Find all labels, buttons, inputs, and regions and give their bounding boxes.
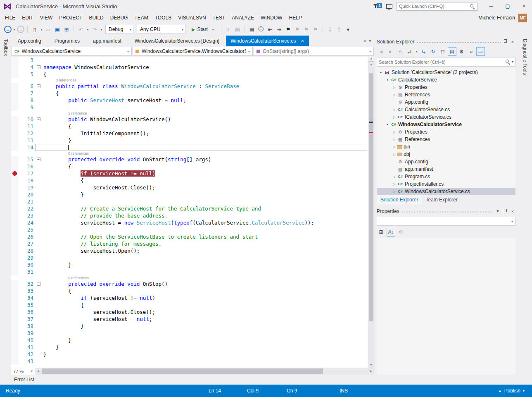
solution-search-box[interactable]: ▾ — [377, 57, 515, 67]
quick-launch-input[interactable] — [399, 4, 470, 9]
move-down-icon[interactable]: ↧ — [326, 25, 334, 33]
new-project-menu-icon[interactable]: ▾ — [40, 25, 43, 33]
fold-margin[interactable]: − — [35, 280, 42, 287]
solution-search-input[interactable] — [379, 60, 504, 65]
close-icon[interactable]: × — [299, 38, 305, 44]
undo-icon[interactable]: ↶ — [77, 25, 85, 33]
toggle-bookmark-icon[interactable]: ⚑ — [284, 25, 292, 33]
menu-item-visualsvn[interactable]: VISUALSVN — [175, 13, 209, 22]
breakpoint-margin[interactable] — [11, 64, 19, 71]
properties-header[interactable]: Properties ▾ × — [377, 207, 515, 215]
collapse-icon[interactable]: − — [37, 117, 40, 121]
member-dropdown[interactable]: OnStart(string[] args)▾ — [254, 47, 374, 56]
toolbar-options-icon[interactable]: ▾ — [344, 25, 352, 33]
preview-selected-items-icon[interactable]: ▭ — [476, 47, 485, 56]
fold-margin[interactable]: − — [35, 156, 42, 163]
minimize-button[interactable]: ─ — [485, 1, 497, 11]
error-list-label[interactable]: Error List — [14, 377, 34, 383]
tree-item-app-config[interactable]: ⚙App.config — [377, 158, 515, 165]
breakpoint-margin[interactable] — [11, 337, 19, 344]
breakpoint-margin[interactable] — [11, 316, 19, 323]
expand-arrow-icon[interactable]: ▷ — [392, 86, 397, 89]
tree-item-solution-calculatorservice-2-projects[interactable]: ▾⋈Solution 'CalculatorService' (2 projec… — [377, 69, 515, 76]
clear-bookmarks-icon[interactable]: ⚑ — [311, 25, 320, 33]
show-all-files-icon[interactable]: ▤ — [448, 47, 456, 56]
switch-views-icon[interactable]: ⇄ — [405, 47, 414, 56]
expand-arrow-icon[interactable]: ▷ — [392, 115, 397, 119]
feedback-icon[interactable] — [386, 4, 392, 9]
close-icon[interactable]: × — [510, 209, 515, 214]
menu-item-view[interactable]: VIEW — [37, 13, 56, 22]
tree-item-bin[interactable]: ▷bin — [377, 143, 515, 151]
menu-item-debug[interactable]: DEBUG — [107, 13, 131, 22]
scrollbar-splitter-handle[interactable]: ≡ — [368, 57, 374, 62]
breakpoint-margin[interactable] — [11, 123, 19, 130]
breakpoint-margin[interactable] — [11, 104, 19, 111]
codelens-link[interactable]: 1 reference — [68, 111, 87, 115]
menu-item-edit[interactable]: EDIT — [19, 13, 36, 22]
views-menu-icon[interactable]: ▾ — [415, 47, 418, 56]
breakpoint-margin[interactable] — [11, 261, 19, 268]
expand-arrow-icon[interactable]: ▷ — [392, 190, 397, 194]
breakpoint-margin[interactable] — [11, 116, 19, 123]
fold-margin[interactable]: − — [35, 116, 42, 123]
expand-arrow-icon[interactable]: ▷ — [392, 108, 397, 112]
breakpoint-margin[interactable] — [11, 71, 19, 78]
save-all-icon[interactable]: ⊞ — [62, 25, 71, 33]
vertical-scroll-track[interactable] — [368, 67, 374, 362]
list-members-icon[interactable]: ▤ — [248, 25, 256, 33]
properties-icon[interactable]: ⚙ — [457, 47, 466, 56]
expand-arrow-icon[interactable]: ▷ — [392, 130, 397, 134]
tab-program-cs[interactable]: Program.cs — [48, 36, 86, 46]
breakpoint-margin[interactable] — [11, 137, 19, 144]
expand-arrow-icon[interactable]: ▷ — [392, 138, 397, 141]
tree-item-program-cs[interactable]: ▷C#Program.cs — [377, 173, 515, 180]
tree-item-calculatorservice-cs[interactable]: ▷C#CalculatorService.cs — [377, 106, 515, 113]
tree-item-properties[interactable]: ▷⚙Properties — [377, 128, 515, 136]
tree-item-projectinstaller-cs[interactable]: ▷C#ProjectInstaller.cs — [377, 180, 515, 188]
tab-windowscalculatorservice-cs[interactable]: WindowsCalculatorService.cs× — [226, 36, 309, 46]
window-menu-icon[interactable]: ▾ — [495, 208, 501, 214]
fold-margin[interactable]: − — [35, 64, 42, 71]
scroll-left-icon[interactable]: ◄ — [35, 369, 41, 373]
breakpoint-margin[interactable] — [11, 198, 19, 205]
vertical-scroll-thumb[interactable] — [369, 73, 373, 321]
chevron-down-icon[interactable]: ▾ — [512, 60, 513, 64]
menu-item-file[interactable]: FILE — [2, 13, 19, 22]
breakpoint-margin[interactable] — [11, 344, 19, 351]
tab-list-icon[interactable]: ▾ — [368, 36, 374, 46]
collapse-arrow-icon[interactable]: ▾ — [385, 77, 391, 83]
codelens-link[interactable]: 3 references — [56, 78, 76, 82]
find-in-files-icon[interactable]: ▤ — [233, 25, 242, 33]
quick-launch-box[interactable] — [397, 2, 477, 11]
breakpoint-margin[interactable] — [11, 254, 19, 261]
collapse-arrow-icon[interactable]: ▾ — [385, 121, 391, 128]
breakpoint-margin[interactable] — [11, 280, 19, 287]
publish-button[interactable]: ▲ Publish ▾ — [498, 388, 525, 394]
diagnostic-tools-tab[interactable]: Diagnostic Tools — [522, 39, 528, 75]
breakpoint-margin[interactable] — [11, 309, 19, 316]
breakpoint-margin[interactable] — [11, 323, 19, 330]
code-editor[interactable]: 34−namespace WindowsCalculatorService5{3… — [11, 57, 374, 368]
view-code-icon[interactable]: ‹› — [467, 47, 475, 56]
move-up-icon[interactable]: ↥ — [335, 25, 343, 33]
alphabetical-icon[interactable]: A↓ — [387, 228, 395, 237]
vertical-scrollbar[interactable]: ≡ ▲ ▼ — [368, 57, 374, 368]
back-icon[interactable]: ◄ — [377, 47, 385, 56]
collapse-all-icon[interactable]: ⊟ — [438, 47, 447, 56]
break-all-icon[interactable]: ‖ — [224, 25, 233, 33]
tab-windowscalculatorservice-cs-design[interactable]: WindowsCalculatorService.cs [Design] — [128, 36, 226, 46]
tab-scroll-icon[interactable]: « — [362, 36, 368, 46]
menu-item-build[interactable]: BUILD — [86, 13, 107, 22]
notifications-icon[interactable]: 1 — [373, 3, 382, 10]
breakpoint-margin[interactable] — [11, 219, 19, 226]
code-area[interactable]: 34−namespace WindowsCalculatorService5{3… — [11, 57, 368, 368]
collapse-icon[interactable]: − — [37, 282, 40, 286]
next-bookmark-icon[interactable]: ⚑ — [302, 25, 311, 33]
navigate-backward-icon[interactable]: ← — [4, 26, 12, 33]
codelens-link[interactable]: 0 references — [68, 276, 89, 280]
expand-arrow-icon[interactable]: ▷ — [392, 145, 397, 149]
scroll-up-icon[interactable]: ▲ — [368, 62, 374, 67]
codelens-link[interactable]: 0 references — [68, 151, 89, 155]
tab-app-config[interactable]: App.config — [11, 36, 48, 46]
